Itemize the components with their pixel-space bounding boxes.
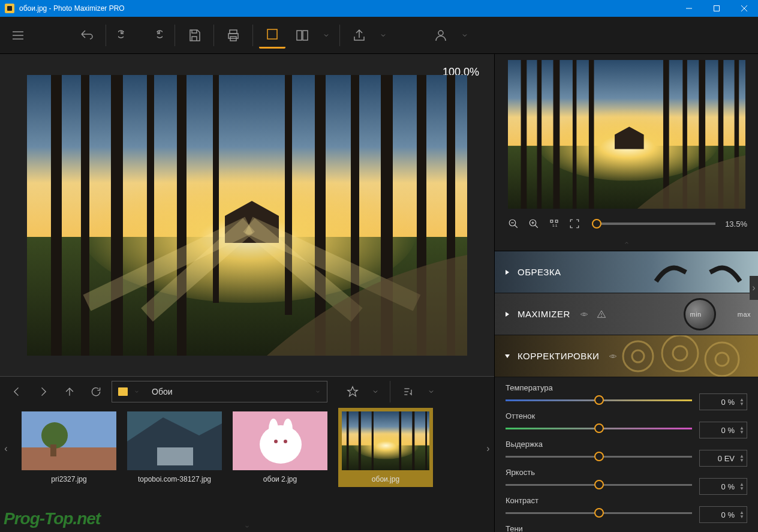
svg-point-48 bbox=[269, 419, 278, 440]
temperature-label: Температура bbox=[506, 383, 747, 392]
redo-button[interactable] bbox=[142, 22, 169, 49]
print-button[interactable] bbox=[220, 22, 246, 49]
nav-forward-button[interactable] bbox=[32, 381, 54, 402]
thumbnail-item-selected[interactable]: обои.jpg bbox=[338, 408, 433, 487]
view-dropdown[interactable] bbox=[319, 22, 333, 49]
main-toolbar bbox=[0, 17, 758, 54]
accordion-maximizer[interactable]: MAXIMIZER minmax bbox=[495, 293, 758, 335]
right-panel: 1:1 13.5% ОБРЕЗКА MAXIMIZER minmax bbox=[494, 54, 758, 532]
temperature-slider[interactable] bbox=[506, 399, 692, 401]
thumbnail-item[interactable]: topoboi.com-38127.jpg bbox=[127, 411, 222, 483]
svg-rect-60 bbox=[425, 411, 427, 470]
max-label: max bbox=[738, 311, 751, 318]
single-view-button[interactable] bbox=[259, 22, 285, 49]
favorite-button[interactable] bbox=[342, 381, 363, 402]
compare-view-button[interactable] bbox=[289, 22, 315, 49]
svg-point-90 bbox=[601, 316, 602, 317]
svg-line-79 bbox=[535, 225, 538, 228]
thumbnail-strip: ‹ pri2327.jpg topoboi.com-38127.jpg обои… bbox=[0, 407, 494, 521]
svg-rect-10 bbox=[267, 29, 277, 39]
zoom-fit-button[interactable] bbox=[567, 216, 582, 232]
tint-slider[interactable] bbox=[506, 428, 692, 429]
preview-zoom-value: 13.5% bbox=[725, 220, 747, 229]
svg-rect-22 bbox=[177, 75, 187, 356]
svg-rect-55 bbox=[347, 411, 349, 470]
svg-point-13 bbox=[438, 31, 443, 35]
collapse-browser-button[interactable] bbox=[0, 521, 494, 532]
svg-marker-91 bbox=[505, 354, 510, 358]
thumbnail-item[interactable]: pri2327.jpg bbox=[22, 411, 116, 483]
preview-zoom-slider[interactable] bbox=[592, 223, 715, 225]
nav-up-button[interactable] bbox=[59, 381, 80, 402]
canvas-area[interactable]: 100.0% bbox=[0, 54, 494, 376]
brightness-label: Яркость bbox=[506, 468, 747, 477]
sort-button[interactable] bbox=[398, 381, 419, 402]
svg-rect-18 bbox=[51, 75, 62, 356]
folder-selector[interactable]: Обои bbox=[112, 381, 327, 402]
nav-back-button[interactable] bbox=[6, 381, 28, 402]
svg-rect-68 bbox=[572, 60, 576, 209]
strip-prev-button[interactable]: ‹ bbox=[1, 419, 11, 479]
collapse-preview-button[interactable] bbox=[495, 235, 758, 251]
svg-rect-42 bbox=[50, 444, 56, 456]
contrast-value[interactable]: 0 %▲▼ bbox=[699, 506, 747, 523]
eye-icon bbox=[579, 310, 589, 318]
svg-rect-40 bbox=[22, 447, 116, 470]
svg-marker-35 bbox=[348, 387, 358, 396]
accordion-adjustments[interactable]: КОРРЕКТИРОВКИ bbox=[495, 335, 758, 377]
minimize-button[interactable] bbox=[675, 0, 703, 17]
min-label: min bbox=[690, 311, 701, 318]
svg-rect-69 bbox=[588, 60, 594, 209]
adjustments-panel: Температура 0 %▲▼ Оттенок 0 %▲▼ Выдержка… bbox=[495, 377, 758, 532]
brightness-value[interactable]: 0 %▲▼ bbox=[699, 478, 747, 495]
save-button[interactable] bbox=[181, 22, 207, 49]
svg-rect-12 bbox=[303, 31, 308, 40]
svg-rect-23 bbox=[213, 75, 219, 303]
temperature-value[interactable]: 0 %▲▼ bbox=[699, 393, 747, 410]
refresh-button[interactable] bbox=[85, 381, 107, 402]
svg-point-50 bbox=[274, 440, 278, 443]
svg-marker-86 bbox=[506, 312, 509, 317]
svg-rect-82 bbox=[551, 220, 553, 223]
strip-next-button[interactable]: › bbox=[483, 419, 493, 479]
brightness-slider[interactable] bbox=[506, 484, 692, 486]
accordion-crop[interactable]: ОБРЕЗКА bbox=[495, 251, 758, 293]
svg-point-87 bbox=[583, 313, 585, 315]
favorite-dropdown[interactable] bbox=[368, 381, 383, 402]
share-dropdown[interactable] bbox=[376, 22, 390, 49]
chevron-down-icon bbox=[134, 389, 140, 395]
revert-button[interactable] bbox=[73, 22, 100, 49]
svg-point-47 bbox=[260, 425, 302, 464]
undo-button[interactable] bbox=[112, 22, 139, 49]
tint-value[interactable]: 0 %▲▼ bbox=[699, 422, 747, 438]
zoom-in-button[interactable] bbox=[526, 216, 542, 232]
svg-point-95 bbox=[662, 335, 698, 371]
exposure-slider[interactable] bbox=[506, 456, 692, 458]
expand-right-panel-button[interactable]: › bbox=[750, 276, 758, 300]
sort-dropdown[interactable] bbox=[424, 381, 438, 402]
accordion-adjustments-label: КОРРЕКТИРОВКИ bbox=[518, 351, 599, 361]
tint-label: Оттенок bbox=[506, 411, 747, 420]
menu-button[interactable] bbox=[6, 22, 30, 49]
thumbnail-item[interactable]: обои 2.jpg bbox=[233, 411, 327, 483]
account-dropdown[interactable] bbox=[458, 22, 472, 49]
exposure-value[interactable]: 0 EV▲▼ bbox=[699, 450, 747, 467]
crop-hands-decoration bbox=[644, 251, 752, 293]
svg-point-49 bbox=[283, 419, 293, 440]
main-image bbox=[27, 75, 467, 356]
zoom-actual-button[interactable]: 1:1 bbox=[546, 216, 562, 232]
close-button[interactable] bbox=[730, 0, 758, 17]
contrast-slider[interactable] bbox=[506, 512, 692, 514]
svg-rect-65 bbox=[521, 60, 527, 209]
chevron-right-icon bbox=[504, 311, 510, 317]
svg-rect-59 bbox=[412, 411, 414, 470]
svg-point-51 bbox=[284, 440, 287, 443]
zoom-out-button[interactable] bbox=[506, 216, 521, 232]
preview-zoom-controls: 1:1 13.5% bbox=[495, 212, 758, 235]
share-button[interactable] bbox=[346, 22, 372, 49]
window-title: обои.jpg - Photo Maximizer PRO bbox=[19, 4, 125, 13]
chevron-down-icon bbox=[504, 353, 510, 359]
account-button[interactable] bbox=[428, 22, 454, 49]
maximize-button[interactable] bbox=[703, 0, 730, 17]
svg-point-96 bbox=[673, 346, 687, 360]
